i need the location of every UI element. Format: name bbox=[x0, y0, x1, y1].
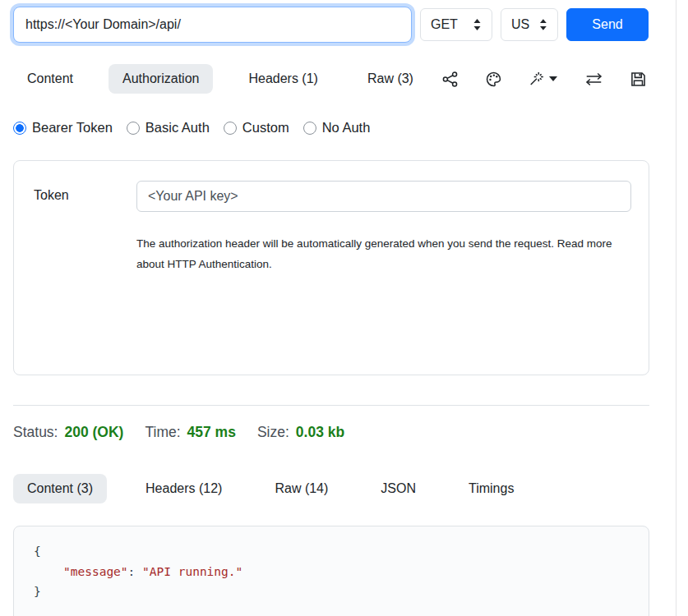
request-tabs: Content Authorization Headers (1) Raw (3… bbox=[13, 64, 427, 94]
token-helper-text: The authorization header will be automat… bbox=[136, 233, 613, 274]
radio-label: Basic Auth bbox=[145, 120, 210, 136]
send-button[interactable]: Send bbox=[566, 8, 649, 41]
tab-authorization[interactable]: Authorization bbox=[109, 64, 213, 94]
tab-headers[interactable]: Headers (1) bbox=[234, 64, 331, 94]
response-tabs: Content (3) Headers (12) Raw (14) JSON T… bbox=[13, 474, 649, 503]
api-client-page: GET US Send Content Authorization Header… bbox=[0, 0, 688, 616]
request-tabs-row: Content Authorization Headers (1) Raw (3… bbox=[13, 64, 649, 94]
radio-custom[interactable]: Custom bbox=[224, 120, 289, 136]
json-value: "API running." bbox=[142, 565, 242, 578]
magic-wand-icon bbox=[529, 71, 545, 87]
radio-icon bbox=[303, 122, 316, 135]
token-input[interactable] bbox=[136, 181, 631, 212]
request-toolbar bbox=[442, 71, 649, 87]
resp-tab-json[interactable]: JSON bbox=[367, 474, 430, 503]
token-column: The authorization header will be automat… bbox=[136, 181, 649, 375]
json-key: "message" bbox=[63, 565, 128, 578]
json-line: { bbox=[34, 541, 649, 562]
resp-tab-timings[interactable]: Timings bbox=[455, 474, 528, 503]
tab-content[interactable]: Content bbox=[13, 64, 87, 94]
updown-arrows-icon bbox=[539, 19, 547, 30]
resp-tab-headers[interactable]: Headers (12) bbox=[132, 474, 236, 503]
status-pair: Status: 200 (OK) bbox=[13, 424, 123, 441]
auth-options: Bearer Token Basic Auth Custom No Auth bbox=[13, 120, 649, 136]
updown-arrows-icon bbox=[473, 19, 482, 30]
region-select-value: US bbox=[511, 17, 529, 32]
request-bar: GET US Send bbox=[13, 7, 649, 43]
size-label: Size: bbox=[257, 424, 289, 441]
json-line: "message": "API running." bbox=[34, 562, 649, 582]
time-pair: Time: 457 ms bbox=[145, 424, 235, 441]
response-summary: Status: 200 (OK) Time: 457 ms Size: 0.03… bbox=[13, 424, 649, 441]
response-json: { "message": "API running." } bbox=[34, 541, 649, 602]
time-value: 457 ms bbox=[187, 424, 236, 441]
time-label: Time: bbox=[145, 424, 180, 441]
resp-tab-raw[interactable]: Raw (14) bbox=[261, 474, 342, 503]
resp-tab-content[interactable]: Content (3) bbox=[13, 474, 107, 503]
magic-dropdown[interactable] bbox=[529, 71, 557, 87]
share-icon[interactable] bbox=[442, 71, 458, 87]
palette-icon[interactable] bbox=[486, 71, 501, 87]
radio-label: No Auth bbox=[322, 120, 371, 136]
radio-basic-auth[interactable]: Basic Auth bbox=[127, 120, 210, 136]
save-icon[interactable] bbox=[630, 71, 646, 87]
url-input[interactable] bbox=[13, 7, 412, 43]
radio-no-auth[interactable]: No Auth bbox=[303, 120, 371, 136]
method-select[interactable]: GET bbox=[420, 8, 492, 41]
region-select[interactable]: US bbox=[501, 8, 558, 41]
radio-label: Bearer Token bbox=[32, 120, 113, 136]
status-label: Status: bbox=[13, 424, 58, 441]
section-divider bbox=[13, 405, 649, 406]
radio-icon bbox=[224, 122, 237, 135]
radio-label: Custom bbox=[242, 120, 289, 136]
json-line: } bbox=[34, 582, 649, 602]
size-value: 0.03 kb bbox=[296, 424, 344, 441]
tab-raw[interactable]: Raw (3) bbox=[353, 64, 427, 94]
radio-bearer-token[interactable]: Bearer Token bbox=[13, 120, 113, 136]
size-pair: Size: 0.03 kb bbox=[257, 424, 344, 441]
status-value: 200 (OK) bbox=[64, 424, 123, 441]
radio-icon bbox=[13, 122, 26, 135]
scrollbar-track[interactable] bbox=[676, 0, 676, 616]
token-label: Token bbox=[34, 181, 136, 375]
radio-icon bbox=[127, 122, 140, 135]
caret-down-icon bbox=[549, 76, 557, 82]
auth-panel: Token The authorization header will be a… bbox=[13, 160, 649, 375]
swap-arrows-icon[interactable] bbox=[585, 71, 603, 87]
response-body-panel: { "message": "API running." } bbox=[13, 526, 649, 616]
method-select-value: GET bbox=[431, 17, 458, 32]
